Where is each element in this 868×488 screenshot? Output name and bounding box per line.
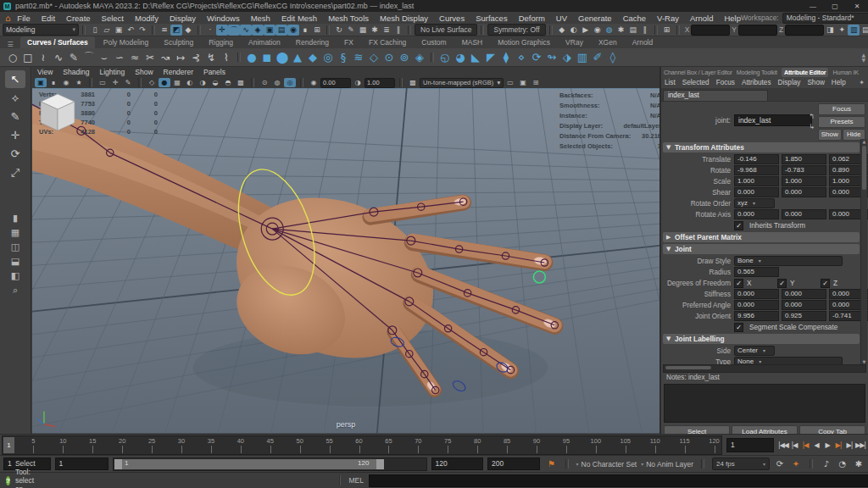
paint-select-tool-icon[interactable]: ✎ [5, 108, 25, 125]
nurbs-plane-icon[interactable]: ◆ [305, 50, 320, 65]
ep-curve-icon[interactable]: ≀ [36, 50, 51, 65]
view-cube[interactable] [32, 88, 83, 137]
shadows-icon[interactable]: ◑ [197, 78, 209, 87]
untrim-icon[interactable]: ◤ [483, 50, 498, 65]
gate-mask-icon[interactable]: ▣ [517, 78, 529, 87]
layout-four-pane-icon[interactable]: ▦ [5, 225, 25, 239]
move-tool-icon[interactable]: ✛ [5, 126, 25, 144]
input-operations-icon[interactable]: ▦ [357, 25, 369, 36]
ae-menu-selected[interactable]: Selected [682, 79, 709, 86]
horizontal-scrollbar[interactable] [663, 364, 866, 373]
grease-pencil-icon[interactable]: ✎ [122, 78, 134, 87]
extrude-icon[interactable]: ⊙ [381, 50, 397, 65]
range-slider-active[interactable] [114, 459, 384, 469]
step-back-key-button[interactable]: |◀ [800, 441, 810, 449]
type-dropdown[interactable]: None▾ [734, 357, 843, 364]
extend-curve-icon[interactable]: ↦ [173, 50, 188, 65]
preferred-angle-field[interactable]: 0.000 [734, 300, 779, 310]
character-set-dropdown[interactable]: ▾No Character Set [576, 460, 637, 469]
close-button[interactable]: ✕ [846, 3, 868, 10]
exposure-icon[interactable]: ◉ [308, 78, 320, 87]
section-header-offset-parent-matrix[interactable]: ▶Offset Parent Matrix [663, 232, 860, 242]
joint-name-field[interactable]: index_last [734, 114, 812, 126]
step-forward-frame-button[interactable]: ▶| [844, 441, 854, 449]
checkbox-degrees-of-freedom-z[interactable]: ✓ [821, 279, 830, 288]
menu-generate[interactable]: Generate [578, 14, 612, 23]
x-input-field[interactable] [691, 25, 730, 36]
nurbs-circle-icon[interactable]: ○ [5, 50, 20, 65]
shelf-tab-motion-graphics[interactable]: Motion Graphics [491, 36, 557, 48]
checkbox-segment-scale-compensate[interactable]: ✓ [734, 323, 743, 332]
panel-menu-renderer[interactable]: Renderer [164, 68, 193, 76]
sidebar-modeling-toolkit-icon[interactable]: ▤ [860, 25, 868, 36]
checkbox-degrees-of-freedom-x[interactable]: ✓ [734, 279, 743, 288]
rotate-field[interactable]: -0.783 [782, 165, 826, 175]
panel-menu-shading[interactable]: Shading [63, 68, 89, 76]
wireframe-icon[interactable]: ◇ [146, 78, 158, 87]
stiffness-field[interactable]: 0.000 [734, 289, 779, 299]
range-end-handle[interactable] [376, 459, 384, 469]
mel-label[interactable]: MEL [349, 476, 364, 485]
go-to-end-button[interactable]: ▶▶| [855, 441, 865, 449]
loft-icon[interactable]: ≋ [351, 50, 366, 65]
output-operations-icon[interactable]: ✱ [369, 25, 381, 36]
ae-menu-show[interactable]: Show [807, 79, 824, 86]
draw-style-dropdown[interactable]: Bone▾ [734, 256, 843, 266]
ae-menu-display[interactable]: Display [778, 79, 801, 86]
gamma-icon[interactable]: ◑ [352, 78, 364, 87]
highlight-selection-icon[interactable]: ⊞ [311, 25, 323, 36]
boundary-icon[interactable]: ◈ [412, 50, 427, 65]
radius-field[interactable]: 0.565 [734, 267, 779, 277]
playback-speed-icon[interactable]: ◔ [837, 459, 849, 469]
checker-icon[interactable]: ▩ [407, 78, 419, 87]
rotate-order-dropdown[interactable]: xyz▾ [734, 198, 775, 208]
menu-mesh-display[interactable]: Mesh Display [380, 14, 428, 23]
arc-three-point-icon[interactable]: ⌒ [81, 50, 97, 65]
menu-help[interactable]: Help [724, 14, 741, 23]
shear-field[interactable]: 0.000 [782, 187, 826, 197]
ipr-render-icon[interactable]: ◐ [568, 25, 580, 36]
translate-field[interactable]: -0.146 [734, 154, 779, 164]
shelf-tab-rendering[interactable]: Rendering [289, 36, 336, 48]
minimize-button[interactable]: — [802, 3, 824, 10]
pause-icon[interactable]: ∥ [392, 25, 404, 36]
select-camera-icon[interactable]: ▣ [35, 78, 47, 87]
open-close-icon[interactable]: ↬ [544, 50, 559, 65]
snap-to-curves-icon[interactable]: ⌒ [228, 25, 240, 36]
menu-edit-mesh[interactable]: Edit Mesh [281, 14, 317, 23]
multisample-icon[interactable]: ▩ [235, 78, 247, 87]
shelf-tab-fx[interactable]: FX [337, 36, 360, 48]
mute-audio-icon[interactable]: ♪ [821, 459, 832, 469]
shelf-tab-xgen[interactable]: XGen [592, 36, 624, 48]
revolve-icon[interactable]: § [336, 50, 351, 65]
snap-magnet-icon[interactable]: ◉ [287, 25, 299, 36]
panel-menu-panels[interactable]: Panels [203, 68, 225, 76]
resolution-gate-icon[interactable]: ▭ [504, 78, 516, 87]
pin-node-icon[interactable]: ↰ [807, 112, 816, 121]
menu-windows[interactable]: Windows [207, 14, 240, 23]
snap-to-projected-center-icon[interactable]: ◈ [252, 25, 264, 36]
project-curve-icon[interactable]: ◵ [437, 50, 453, 65]
save-scene-icon[interactable]: ▣ [113, 25, 125, 36]
make-live-icon[interactable]: ▤ [275, 25, 287, 36]
shelf-tab-curves-surfaces[interactable]: Curves / Surfaces [20, 36, 95, 48]
layout-hypershade-icon[interactable]: ◧ [5, 269, 25, 282]
menu-set-dropdown[interactable]: Modeling▾ [3, 24, 79, 36]
vertical-scrollbar[interactable]: ▲ ▼ [860, 139, 867, 364]
preferred-angle-field[interactable]: 0.000 [782, 300, 826, 310]
step-back-frame-button[interactable]: |◀ [789, 441, 799, 449]
joint-orient-field[interactable]: 9.956 [734, 311, 779, 321]
animation-prefs-icon[interactable]: ✱ [853, 459, 865, 469]
detach-surfaces-icon[interactable]: ⋄ [514, 50, 529, 65]
tab-channel-box-layer-editor[interactable]: Channel Box / Layer Editor [664, 69, 732, 76]
shelf-tab-mash[interactable]: MASH [455, 36, 490, 48]
textured-icon[interactable]: ▦ [171, 78, 183, 87]
menu-surfaces[interactable]: Surfaces [476, 14, 508, 23]
scale-tool-icon[interactable]: ⤢ [5, 164, 25, 181]
snap-dot-icon[interactable]: · [204, 25, 216, 36]
gamma-field[interactable]: 1.00 [364, 78, 395, 88]
lock-camera-icon[interactable]: ∎ [47, 78, 59, 87]
lock-selection-icon[interactable]: ∎ [299, 25, 311, 36]
panel-menu-lighting[interactable]: Lighting [99, 68, 125, 76]
menu-mesh-tools[interactable]: Mesh Tools [328, 14, 369, 23]
